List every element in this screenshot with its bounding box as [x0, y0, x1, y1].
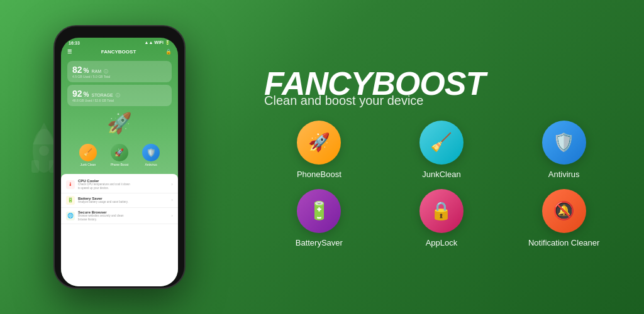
phone-action-buttons: 🧹 Junk Clean 🚀 Phone Boost 🛡️ Antivirus — [67, 140, 172, 170]
junk-clean-label: Junk Clean — [80, 163, 96, 166]
storage-info-icon: ⓘ — [116, 92, 120, 99]
phone-screen: 16:33 ▲▲ WiFi 🔋 ☰ FANCYBOOST 🔒 82 % RAM … — [61, 38, 178, 286]
app-lock-feature-label: AppLock — [426, 238, 458, 247]
feature-junk-clean: 🧹 JunkClean — [387, 121, 497, 179]
brand-header: FANCYBOOST Clean and boost your device — [264, 67, 619, 108]
junk-clean-action[interactable]: 🧹 Junk Clean — [79, 144, 97, 166]
features-grid: 🚀 PhoneBoost 🧹 JunkClean 🛡️ Antivirus 🔋 … — [264, 121, 619, 247]
ram-label: RAM — [91, 69, 101, 73]
battery-saver-icon: 🔋 — [66, 196, 75, 205]
battery-saver-feature-label: BatterySaver — [296, 238, 343, 247]
cpu-cooler-text: CPU Cooler Check CPU temperature and coo… — [78, 179, 168, 190]
battery-saver-list-item[interactable]: 🔋 Battery Saver Analyze battery usage an… — [61, 193, 178, 208]
storage-label: STORAGE — [91, 93, 113, 97]
battery-saver-arrow: › — [171, 197, 173, 203]
ram-percent-sign: % — [84, 67, 89, 74]
notification-cleaner-feature-label: Notification Cleaner — [528, 238, 599, 247]
phone-boost-action[interactable]: 🚀 Phone Boost — [111, 144, 129, 166]
cpu-cooler-arrow: › — [171, 181, 173, 187]
battery-saver-text: Battery Saver Analyze battery usage and … — [78, 197, 168, 204]
junk-clean-icon: 🧹 — [79, 144, 97, 161]
storage-percent-sign: % — [84, 91, 89, 98]
feature-notification-cleaner: 🔕 Notification Cleaner — [509, 189, 619, 247]
phone-boost-icon: 🚀 — [111, 144, 128, 161]
phone-app-header: ☰ FANCYBOOST 🔒 — [61, 48, 178, 57]
notification-cleaner-feature-icon: 🔕 — [542, 189, 586, 233]
secure-browser-desc: Browse websites securely and cleanbrowse… — [78, 214, 168, 222]
phone-stats-section: 82 % RAM ⓘ 4.5 GB Used / 5.0 GB Total 92… — [61, 57, 178, 174]
junk-clean-feature-label: JunkClean — [422, 170, 460, 179]
feature-antivirus: 🛡️ Antivirus — [509, 121, 619, 179]
battery-saver-desc: Analyze battery usage and save battery. — [78, 200, 168, 204]
phone-mockup-section: 16:33 ▲▲ WiFi 🔋 ☰ FANCYBOOST 🔒 82 % RAM … — [0, 0, 239, 314]
ram-used-text: 4.5 GB Used / 5.0 GB Total — [72, 75, 167, 78]
phone-time: 16:33 — [69, 41, 80, 45]
antivirus-label: Antivirus — [145, 163, 157, 166]
feature-battery-saver: 🔋 BatterySaver — [264, 189, 374, 247]
ram-percent-value: 82 — [72, 65, 82, 75]
right-content-section: FANCYBOOST Clean and boost your device 🚀… — [239, 48, 644, 266]
storage-used-text: 48.8 GB Used / 52.6 GB Total — [72, 99, 167, 102]
phone-signal-icons: ▲▲ WiFi 🔋 — [145, 40, 170, 45]
antivirus-icon: 🛡️ — [142, 144, 160, 161]
secure-browser-text: Secure Browser Browse websites securely … — [78, 210, 168, 222]
feature-app-lock: 🔒 AppLock — [387, 189, 497, 247]
phone-features-list: 🌡 CPU Cooler Check CPU temperature and c… — [61, 174, 178, 286]
cpu-cooler-desc: Check CPU temperature and cool it downto… — [78, 183, 168, 190]
cpu-cooler-list-item[interactable]: 🌡 CPU Cooler Check CPU temperature and c… — [61, 176, 178, 193]
phone-boost-label: Phone Boost — [111, 163, 129, 166]
cpu-cooler-icon: 🌡 — [66, 180, 75, 189]
phone-boost-feature-icon: 🚀 — [297, 121, 341, 165]
storage-percent-value: 92 — [72, 89, 82, 99]
phone-rocket-graphic: 🚀 — [67, 111, 172, 135]
lock-icon: 🔒 — [165, 49, 172, 55]
antivirus-action[interactable]: 🛡️ Antivirus — [142, 144, 160, 166]
secure-browser-arrow: › — [171, 213, 173, 219]
hamburger-menu-icon: ☰ — [67, 49, 72, 55]
antivirus-feature-icon: 🛡️ — [542, 121, 586, 165]
secure-browser-icon: 🌐 — [66, 212, 75, 220]
phone-boost-feature-label: PhoneBoost — [297, 170, 341, 179]
phone-frame: 16:33 ▲▲ WiFi 🔋 ☰ FANCYBOOST 🔒 82 % RAM … — [53, 25, 186, 289]
junk-clean-feature-icon: 🧹 — [419, 121, 464, 165]
antivirus-feature-label: Antivirus — [548, 170, 580, 179]
app-lock-feature-icon: 🔒 — [419, 189, 464, 233]
phone-app-name: FANCYBOOST — [101, 49, 136, 55]
ram-info-icon: ⓘ — [104, 68, 108, 75]
ram-stat: 82 % RAM ⓘ 4.5 GB Used / 5.0 GB Total — [67, 61, 172, 82]
secure-browser-list-item[interactable]: 🌐 Secure Browser Browse websites securel… — [61, 208, 178, 225]
battery-saver-feature-icon: 🔋 — [297, 189, 341, 233]
storage-stat: 92 % STORAGE ⓘ 48.8 GB Used / 52.6 GB To… — [67, 85, 172, 106]
phone-status-bar: 16:33 ▲▲ WiFi 🔋 — [61, 38, 178, 48]
feature-phone-boost: 🚀 PhoneBoost — [264, 121, 374, 179]
phone-notch — [101, 33, 138, 38]
